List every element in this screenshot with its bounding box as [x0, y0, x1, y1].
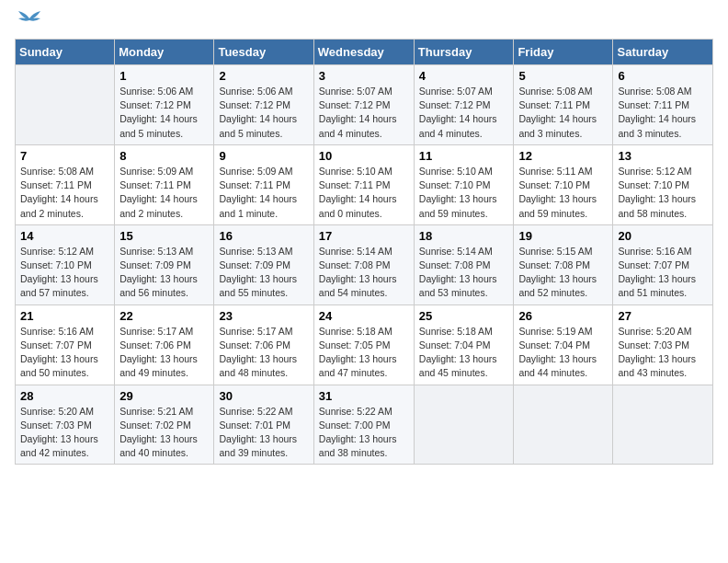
calendar-week-row: 1 Sunrise: 5:06 AMSunset: 7:12 PMDayligh… [16, 65, 713, 145]
day-number: 10 [319, 149, 409, 163]
day-number: 25 [419, 309, 509, 323]
calendar-week-row: 14 Sunrise: 5:12 AMSunset: 7:10 PMDaylig… [16, 224, 713, 304]
day-number: 15 [119, 229, 209, 243]
calendar-week-row: 28 Sunrise: 5:20 AMSunset: 7:03 PMDaylig… [16, 385, 713, 465]
calendar-cell: 22 Sunrise: 5:17 AMSunset: 7:06 PMDaylig… [115, 304, 214, 385]
day-detail: Sunrise: 5:08 AMSunset: 7:11 PMDaylight:… [618, 85, 708, 141]
calendar-cell: 7 Sunrise: 5:08 AMSunset: 7:11 PMDayligh… [16, 144, 115, 224]
day-detail: Sunrise: 5:19 AMSunset: 7:04 PMDaylight:… [518, 325, 608, 381]
day-number: 6 [618, 69, 708, 83]
calendar-cell: 18 Sunrise: 5:14 AMSunset: 7:08 PMDaylig… [414, 224, 514, 304]
calendar-cell: 21 Sunrise: 5:16 AMSunset: 7:07 PMDaylig… [16, 304, 115, 385]
day-detail: Sunrise: 5:10 AMSunset: 7:10 PMDaylight:… [419, 165, 509, 221]
calendar-cell: 5 Sunrise: 5:08 AMSunset: 7:11 PMDayligh… [514, 65, 613, 145]
calendar-cell: 17 Sunrise: 5:14 AMSunset: 7:08 PMDaylig… [313, 224, 414, 304]
day-detail: Sunrise: 5:17 AMSunset: 7:06 PMDaylight:… [219, 325, 308, 381]
day-detail: Sunrise: 5:20 AMSunset: 7:03 PMDaylight:… [20, 405, 109, 461]
day-number: 12 [518, 149, 608, 163]
day-number: 27 [618, 309, 708, 323]
day-number: 17 [319, 229, 409, 243]
weekday-header-row: SundayMondayTuesdayWednesdayThursdayFrid… [16, 40, 713, 65]
calendar-table: SundayMondayTuesdayWednesdayThursdayFrid… [15, 39, 713, 465]
calendar-cell: 25 Sunrise: 5:18 AMSunset: 7:04 PMDaylig… [414, 304, 514, 385]
calendar-week-row: 7 Sunrise: 5:08 AMSunset: 7:11 PMDayligh… [16, 144, 713, 224]
calendar-cell: 27 Sunrise: 5:20 AMSunset: 7:03 PMDaylig… [613, 304, 713, 385]
calendar-cell [514, 385, 613, 465]
day-number: 24 [319, 309, 409, 323]
day-number: 5 [518, 69, 608, 83]
calendar-cell: 2 Sunrise: 5:06 AMSunset: 7:12 PMDayligh… [214, 65, 313, 145]
day-number: 7 [20, 149, 109, 163]
day-detail: Sunrise: 5:10 AMSunset: 7:11 PMDaylight:… [319, 165, 409, 221]
calendar-cell: 30 Sunrise: 5:22 AMSunset: 7:01 PMDaylig… [214, 385, 313, 465]
day-number: 22 [119, 309, 209, 323]
day-number: 20 [618, 229, 708, 243]
day-detail: Sunrise: 5:09 AMSunset: 7:11 PMDaylight:… [219, 165, 308, 221]
day-detail: Sunrise: 5:20 AMSunset: 7:03 PMDaylight:… [618, 325, 708, 381]
calendar-cell [613, 385, 713, 465]
calendar-cell: 3 Sunrise: 5:07 AMSunset: 7:12 PMDayligh… [313, 65, 414, 145]
calendar-cell: 28 Sunrise: 5:20 AMSunset: 7:03 PMDaylig… [16, 385, 115, 465]
weekday-header-wednesday: Wednesday [313, 40, 414, 65]
calendar-cell: 23 Sunrise: 5:17 AMSunset: 7:06 PMDaylig… [214, 304, 313, 385]
day-number: 11 [419, 149, 509, 163]
page-header [15, 15, 713, 29]
calendar-cell [16, 65, 115, 145]
day-detail: Sunrise: 5:06 AMSunset: 7:12 PMDaylight:… [219, 85, 308, 141]
day-number: 18 [419, 229, 509, 243]
day-detail: Sunrise: 5:08 AMSunset: 7:11 PMDaylight:… [20, 165, 109, 221]
calendar-cell: 4 Sunrise: 5:07 AMSunset: 7:12 PMDayligh… [414, 65, 514, 145]
weekday-header-saturday: Saturday [613, 40, 713, 65]
day-detail: Sunrise: 5:12 AMSunset: 7:10 PMDaylight:… [618, 165, 708, 221]
day-detail: Sunrise: 5:18 AMSunset: 7:04 PMDaylight:… [419, 325, 509, 381]
calendar-cell: 19 Sunrise: 5:15 AMSunset: 7:08 PMDaylig… [514, 224, 613, 304]
day-detail: Sunrise: 5:17 AMSunset: 7:06 PMDaylight:… [119, 325, 209, 381]
calendar-cell: 11 Sunrise: 5:10 AMSunset: 7:10 PMDaylig… [414, 144, 514, 224]
day-detail: Sunrise: 5:16 AMSunset: 7:07 PMDaylight:… [20, 325, 109, 381]
calendar-cell: 14 Sunrise: 5:12 AMSunset: 7:10 PMDaylig… [16, 224, 115, 304]
day-detail: Sunrise: 5:09 AMSunset: 7:11 PMDaylight:… [119, 165, 209, 221]
calendar-cell: 20 Sunrise: 5:16 AMSunset: 7:07 PMDaylig… [613, 224, 713, 304]
day-detail: Sunrise: 5:11 AMSunset: 7:10 PMDaylight:… [518, 165, 608, 221]
calendar-cell: 8 Sunrise: 5:09 AMSunset: 7:11 PMDayligh… [115, 144, 214, 224]
day-number: 28 [20, 389, 109, 403]
day-number: 16 [219, 229, 308, 243]
day-detail: Sunrise: 5:21 AMSunset: 7:02 PMDaylight:… [119, 405, 209, 461]
calendar-cell: 9 Sunrise: 5:09 AMSunset: 7:11 PMDayligh… [214, 144, 313, 224]
day-number: 26 [518, 309, 608, 323]
day-detail: Sunrise: 5:14 AMSunset: 7:08 PMDaylight:… [419, 245, 509, 301]
day-number: 31 [319, 389, 409, 403]
calendar-cell: 16 Sunrise: 5:13 AMSunset: 7:09 PMDaylig… [214, 224, 313, 304]
day-detail: Sunrise: 5:07 AMSunset: 7:12 PMDaylight:… [419, 85, 509, 141]
calendar-cell: 26 Sunrise: 5:19 AMSunset: 7:04 PMDaylig… [514, 304, 613, 385]
weekday-header-friday: Friday [514, 40, 613, 65]
day-detail: Sunrise: 5:16 AMSunset: 7:07 PMDaylight:… [618, 245, 708, 301]
day-number: 30 [219, 389, 308, 403]
day-detail: Sunrise: 5:22 AMSunset: 7:01 PMDaylight:… [219, 405, 308, 461]
day-detail: Sunrise: 5:08 AMSunset: 7:11 PMDaylight:… [518, 85, 608, 141]
calendar-cell: 24 Sunrise: 5:18 AMSunset: 7:05 PMDaylig… [313, 304, 414, 385]
calendar-cell: 15 Sunrise: 5:13 AMSunset: 7:09 PMDaylig… [115, 224, 214, 304]
day-number: 13 [618, 149, 708, 163]
day-number: 3 [319, 69, 409, 83]
day-number: 29 [119, 389, 209, 403]
calendar-cell: 13 Sunrise: 5:12 AMSunset: 7:10 PMDaylig… [613, 144, 713, 224]
day-number: 23 [219, 309, 308, 323]
calendar-cell: 29 Sunrise: 5:21 AMSunset: 7:02 PMDaylig… [115, 385, 214, 465]
day-number: 1 [119, 69, 209, 83]
calendar-cell: 1 Sunrise: 5:06 AMSunset: 7:12 PMDayligh… [115, 65, 214, 145]
day-detail: Sunrise: 5:15 AMSunset: 7:08 PMDaylight:… [518, 245, 608, 301]
calendar-cell: 12 Sunrise: 5:11 AMSunset: 7:10 PMDaylig… [514, 144, 613, 224]
day-number: 19 [518, 229, 608, 243]
calendar-week-row: 21 Sunrise: 5:16 AMSunset: 7:07 PMDaylig… [16, 304, 713, 385]
calendar-cell: 10 Sunrise: 5:10 AMSunset: 7:11 PMDaylig… [313, 144, 414, 224]
calendar-cell: 31 Sunrise: 5:22 AMSunset: 7:00 PMDaylig… [313, 385, 414, 465]
day-number: 2 [219, 69, 308, 83]
logo-bird-icon [17, 11, 42, 29]
calendar-cell: 6 Sunrise: 5:08 AMSunset: 7:11 PMDayligh… [613, 65, 713, 145]
day-detail: Sunrise: 5:14 AMSunset: 7:08 PMDaylight:… [319, 245, 409, 301]
day-number: 8 [119, 149, 209, 163]
day-detail: Sunrise: 5:06 AMSunset: 7:12 PMDaylight:… [119, 85, 209, 141]
day-number: 4 [419, 69, 509, 83]
day-detail: Sunrise: 5:22 AMSunset: 7:00 PMDaylight:… [319, 405, 409, 461]
